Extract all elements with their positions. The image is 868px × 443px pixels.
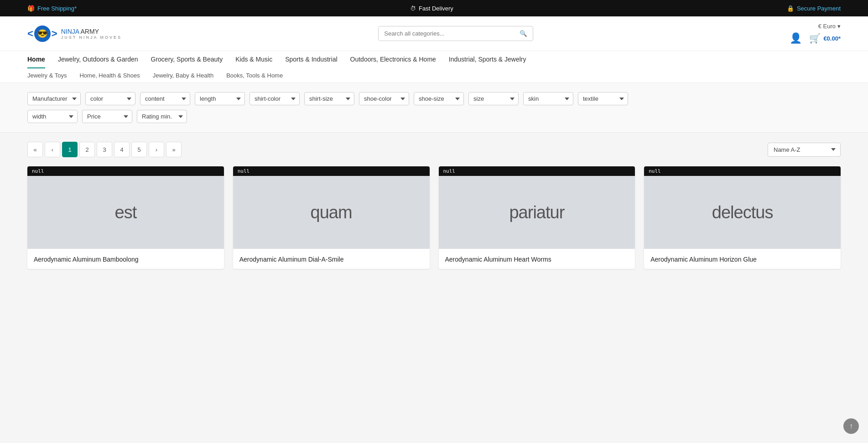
product-card-2[interactable]: null quam Aerodynamic Aluminum Dial-A-Sm… bbox=[233, 166, 430, 269]
product-card-4[interactable]: null delectus Aerodynamic Aluminum Horiz… bbox=[644, 166, 841, 269]
nav-item-outdoors[interactable]: Outdoors, Electronics & Home bbox=[350, 56, 436, 68]
nav-item-home-health[interactable]: Home, Health & Shoes bbox=[79, 72, 140, 79]
page-5-button[interactable]: 5 bbox=[131, 142, 147, 157]
nav-item-jewelry-baby[interactable]: Jewelry, Baby & Health bbox=[153, 72, 213, 79]
skin-filter[interactable]: skin bbox=[523, 92, 573, 105]
payment-link[interactable]: Secure Payment bbox=[797, 5, 841, 12]
filter-row-2: width Price Rating min. bbox=[27, 110, 841, 123]
product-info-1: Aerodynamic Aluminum Bamboolong bbox=[27, 249, 224, 269]
pagination-sort-row: « ‹ 1 2 3 4 5 › » Name A-Z Name Z-A Pric… bbox=[27, 142, 841, 157]
shoe-color-filter[interactable]: shoe-color bbox=[359, 92, 409, 105]
manufacturer-filter[interactable]: Manufacturer bbox=[27, 92, 81, 105]
color-filter[interactable]: color bbox=[85, 92, 135, 105]
page-prev-button[interactable]: ‹ bbox=[45, 142, 60, 157]
shirt-color-filter[interactable]: shirt-color bbox=[249, 92, 300, 105]
delivery-label: Fast Delivery bbox=[419, 5, 453, 12]
logo[interactable]: < 😎 > NINJA ARMY JUST NINJA MOVES bbox=[27, 26, 122, 42]
chevron-right-icon: > bbox=[52, 28, 57, 40]
page-2-button[interactable]: 2 bbox=[79, 142, 95, 157]
search-bar[interactable]: 🔍 bbox=[378, 26, 533, 41]
product-image-2: quam bbox=[233, 176, 430, 249]
currency-label: € Euro bbox=[818, 23, 836, 30]
products-grid: null est Aerodynamic Aluminum Bamboolong… bbox=[27, 166, 841, 269]
product-card-1[interactable]: null est Aerodynamic Aluminum Bamboolong bbox=[27, 166, 224, 269]
ninja-face-icon: 😎 bbox=[34, 26, 51, 42]
nav-item-kids[interactable]: Kids & Music bbox=[235, 56, 272, 68]
header: < 😎 > NINJA ARMY JUST NINJA MOVES 🔍 € Eu… bbox=[0, 16, 868, 51]
page-4-button[interactable]: 4 bbox=[114, 142, 130, 157]
nav-item-jewelry-outdoors[interactable]: Jewelry, Outdoors & Garden bbox=[58, 56, 138, 68]
search-input[interactable] bbox=[379, 26, 514, 41]
rating-filter[interactable]: Rating min. bbox=[137, 110, 187, 123]
product-badge-1: null bbox=[27, 166, 224, 176]
header-right: € Euro ▾ 👤 🛒 €0.00* bbox=[790, 23, 841, 44]
delivery-icon: ⏱ bbox=[410, 5, 416, 12]
sort-select[interactable]: Name A-Z Name Z-A Price Low-High Price H… bbox=[768, 143, 841, 157]
product-image-3: pariatur bbox=[439, 176, 635, 249]
product-name-3: Aerodynamic Aluminum Heart Worms bbox=[445, 255, 629, 264]
top-bar: 🎁 Free Shipping* ⏱ Fast Delivery 🔒 Secur… bbox=[0, 0, 868, 16]
product-info-3: Aerodynamic Aluminum Heart Worms bbox=[439, 249, 635, 269]
gift-icon: 🎁 bbox=[27, 5, 35, 12]
cart-total: €0.00* bbox=[823, 35, 841, 42]
price-filter[interactable]: Price bbox=[82, 110, 132, 123]
secondary-nav: Jewelry & Toys Home, Health & Shoes Jewe… bbox=[27, 68, 841, 82]
chevron-down-icon: ▾ bbox=[837, 23, 841, 30]
payment-info: 🔒 Secure Payment bbox=[787, 5, 841, 12]
textile-filter[interactable]: textile bbox=[578, 92, 628, 105]
products-section: « ‹ 1 2 3 4 5 › » Name A-Z Name Z-A Pric… bbox=[0, 133, 868, 278]
content-filter[interactable]: content bbox=[140, 92, 190, 105]
shipping-link[interactable]: Free Shipping* bbox=[37, 5, 77, 12]
pagination: « ‹ 1 2 3 4 5 › » bbox=[27, 142, 182, 157]
product-info-4: Aerodynamic Aluminum Horizon Glue bbox=[644, 249, 841, 269]
product-image-4: delectus bbox=[644, 176, 841, 249]
sort-area: Name A-Z Name Z-A Price Low-High Price H… bbox=[768, 143, 841, 157]
primary-nav: Home Jewelry, Outdoors & Garden Grocery,… bbox=[27, 51, 841, 68]
product-name-1: Aerodynamic Aluminum Bamboolong bbox=[34, 255, 218, 264]
nav-item-home[interactable]: Home bbox=[27, 56, 45, 68]
page-next-button[interactable]: › bbox=[149, 142, 164, 157]
product-image-1: est bbox=[27, 176, 224, 249]
nav-item-grocery[interactable]: Grocery, Sports & Beauty bbox=[151, 56, 223, 68]
product-name-2: Aerodynamic Aluminum Dial-A-Smile bbox=[239, 255, 423, 264]
logo-icon: < 😎 > bbox=[27, 26, 57, 42]
length-filter[interactable]: length bbox=[195, 92, 245, 105]
filter-row-1: Manufacturer color content length shirt-… bbox=[27, 92, 841, 105]
product-card-3[interactable]: null pariatur Aerodynamic Aluminum Heart… bbox=[439, 166, 635, 269]
logo-army-text: ARMY bbox=[81, 28, 99, 35]
logo-tagline: JUST NINJA MOVES bbox=[61, 35, 122, 40]
search-button[interactable]: 🔍 bbox=[514, 26, 533, 41]
product-badge-3: null bbox=[439, 166, 635, 176]
logo-ninja-text: NINJA bbox=[61, 28, 79, 35]
delivery-info: ⏱ Fast Delivery bbox=[410, 5, 453, 12]
currency-selector[interactable]: € Euro ▾ bbox=[818, 23, 841, 30]
shipping-info: 🎁 Free Shipping* bbox=[27, 5, 77, 12]
nav-item-industrial[interactable]: Industrial, Sports & Jewelry bbox=[449, 56, 526, 68]
navigation: Home Jewelry, Outdoors & Garden Grocery,… bbox=[0, 51, 868, 83]
width-filter[interactable]: width bbox=[27, 110, 78, 123]
lock-icon: 🔒 bbox=[787, 5, 794, 12]
shirt-size-filter[interactable]: shirt-size bbox=[304, 92, 354, 105]
nav-item-jewelry-toys[interactable]: Jewelry & Toys bbox=[27, 72, 67, 79]
product-info-2: Aerodynamic Aluminum Dial-A-Smile bbox=[233, 249, 430, 269]
user-account-icon[interactable]: 👤 bbox=[790, 32, 802, 44]
size-filter[interactable]: size bbox=[468, 92, 519, 105]
filters-section: Manufacturer color content length shirt-… bbox=[0, 83, 868, 133]
logo-text: NINJA ARMY JUST NINJA MOVES bbox=[61, 28, 122, 40]
nav-item-sports[interactable]: Sports & Industrial bbox=[285, 56, 337, 68]
cart-icon: 🛒 bbox=[809, 33, 821, 44]
page-first-button[interactable]: « bbox=[27, 142, 43, 157]
page-3-button[interactable]: 3 bbox=[97, 142, 112, 157]
chevron-left-icon: < bbox=[27, 28, 33, 40]
page-last-button[interactable]: » bbox=[166, 142, 182, 157]
cart-area[interactable]: 🛒 €0.00* bbox=[809, 33, 841, 44]
nav-item-books[interactable]: Books, Tools & Home bbox=[226, 72, 283, 79]
product-badge-2: null bbox=[233, 166, 430, 176]
product-badge-4: null bbox=[644, 166, 841, 176]
product-name-4: Aerodynamic Aluminum Horizon Glue bbox=[650, 255, 834, 264]
page-1-button[interactable]: 1 bbox=[62, 142, 78, 157]
shoe-size-filter[interactable]: shoe-size bbox=[414, 92, 464, 105]
logo-brand: NINJA ARMY bbox=[61, 28, 122, 35]
